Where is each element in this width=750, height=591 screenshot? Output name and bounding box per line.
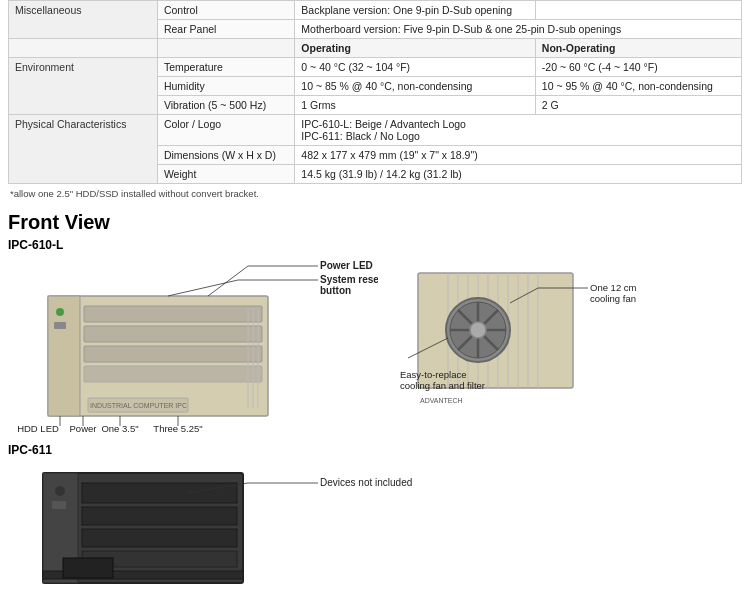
nonop-vibration: 2 G — [535, 96, 741, 115]
svg-point-63 — [55, 486, 65, 496]
label-vibration: Vibration (5 ~ 500 Hz) — [157, 96, 294, 115]
table-row: Physical Characteristics Color / Logo IP… — [9, 115, 742, 146]
label-color-logo: Color / Logo — [157, 115, 294, 146]
ipc610l-container: INDUSTRIAL COMPUTER IPC Power LED System… — [8, 258, 742, 435]
svg-rect-60 — [82, 507, 237, 525]
table-row-env-header: Operating Non-Operating — [9, 39, 742, 58]
nonop-temperature: -20 ~ 60 °C (-4 ~ 140 °F) — [535, 58, 741, 77]
svg-text:INDUSTRIAL COMPUTER IPC: INDUSTRIAL COMPUTER IPC — [90, 402, 187, 409]
label-rear-panel: Rear Panel — [157, 20, 294, 39]
svg-rect-3 — [54, 322, 66, 329]
svg-rect-1 — [48, 296, 80, 416]
svg-rect-5 — [84, 326, 262, 342]
svg-rect-4 — [84, 306, 262, 322]
svg-rect-66 — [63, 558, 113, 578]
specs-note: *allow one 2.5" HDD/SSD installed withou… — [8, 188, 742, 199]
front-view-section: Front View IPC-610-L — [0, 207, 750, 591]
svg-text:Easy-to-replace: Easy-to-replace — [400, 369, 467, 380]
ipc610l-diagram-right: ADVANTECH One 12 cm / 82 CFM cooling fan… — [398, 258, 598, 435]
svg-text:System reset: System reset — [320, 274, 378, 285]
label-humidity: Humidity — [157, 77, 294, 96]
svg-line-13 — [208, 266, 248, 296]
svg-point-48 — [470, 322, 486, 338]
env-operating-header: Operating — [295, 39, 536, 58]
ipc611-container: Devices not included — [8, 463, 742, 591]
value-weight: 14.5 kg (31.9 lb) / 14.2 kg (31.2 lb) — [295, 165, 742, 184]
svg-rect-6 — [84, 346, 262, 362]
specs-table: Miscellaneous Control Backplane version:… — [8, 0, 742, 184]
value-vibration: 1 Grms — [295, 96, 536, 115]
category-miscellaneous: Miscellaneous — [9, 1, 158, 39]
table-row: Miscellaneous Control Backplane version:… — [9, 1, 742, 20]
svg-text:drive bay: drive bay — [101, 432, 140, 433]
svg-text:Devices not included: Devices not included — [320, 477, 412, 488]
value-temperature: 0 ~ 40 °C (32 ~ 104 °F) — [295, 58, 536, 77]
svg-line-16 — [168, 280, 238, 296]
table-row: Environment Temperature 0 ~ 40 °C (32 ~ … — [9, 58, 742, 77]
nonop-humidity: 10 ~ 95 % @ 40 °C, non-condensing — [535, 77, 741, 96]
env-label-header — [157, 39, 294, 58]
nonop-control — [535, 1, 741, 20]
svg-rect-59 — [82, 483, 237, 503]
ipc611-label: IPC-611 — [8, 443, 742, 457]
label-control: Control — [157, 1, 294, 20]
svg-text:cooling fan and filter: cooling fan and filter — [400, 380, 485, 391]
svg-text:drive bays: drive bays — [156, 432, 200, 433]
svg-text:HDD LED: HDD LED — [17, 423, 59, 433]
label-weight: Weight — [157, 165, 294, 184]
svg-text:ADVANTECH: ADVANTECH — [420, 397, 463, 404]
value-control: Backplane version: One 9-pin D-Sub openi… — [295, 1, 536, 20]
label-temperature: Temperature — [157, 58, 294, 77]
ipc610l-label: IPC-610-L — [8, 238, 742, 252]
label-dimensions: Dimensions (W x H x D) — [157, 146, 294, 165]
svg-text:button: button — [320, 285, 351, 296]
svg-point-2 — [56, 308, 64, 316]
ipc610l-svg: INDUSTRIAL COMPUTER IPC Power LED System… — [8, 258, 378, 433]
env-nonoperating-header: Non-Operating — [535, 39, 741, 58]
category-environment-label: Environment — [9, 58, 158, 115]
svg-text:switch: switch — [70, 432, 96, 433]
front-view-title: Front View — [8, 211, 742, 234]
svg-rect-61 — [82, 529, 237, 547]
specs-section: Miscellaneous Control Backplane version:… — [0, 0, 750, 199]
value-rear-panel: Motherboard version: Five 9-pin D-Sub & … — [295, 20, 742, 39]
category-environment — [9, 39, 158, 58]
svg-rect-64 — [52, 501, 66, 509]
value-humidity: 10 ~ 85 % @ 40 °C, non-condensing — [295, 77, 536, 96]
value-dimensions: 482 x 177 x 479 mm (19" x 7" x 18.9") — [295, 146, 742, 165]
ipc610l-right-svg: ADVANTECH One 12 cm / 82 CFM cooling fan… — [398, 258, 638, 433]
ipc610l-diagram-left: INDUSTRIAL COMPUTER IPC Power LED System… — [8, 258, 388, 433]
svg-text:Power LED: Power LED — [320, 260, 373, 271]
ipc611-svg: Devices not included — [8, 463, 458, 591]
svg-text:cooling fan: cooling fan — [590, 293, 636, 304]
category-physical: Physical Characteristics — [9, 115, 158, 184]
svg-text:One 12 cm / 82 CFM: One 12 cm / 82 CFM — [590, 282, 638, 293]
value-color-logo: IPC-610-L: Beige / Advantech LogoIPC-611… — [295, 115, 742, 146]
svg-rect-7 — [84, 366, 262, 382]
